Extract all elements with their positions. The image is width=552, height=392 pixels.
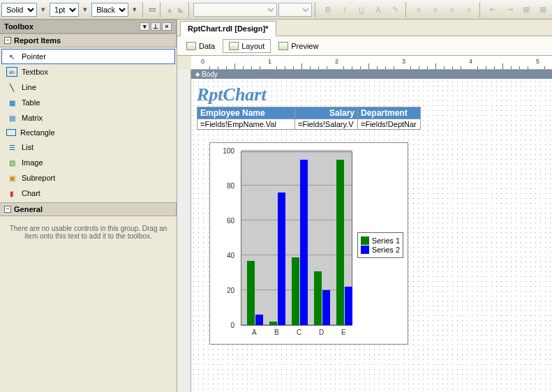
toolbox-item-subreport[interactable]: ▣Subreport <box>1 170 175 186</box>
col-dept[interactable]: Department <box>358 107 421 119</box>
view-tabs: Data Layout Preview <box>177 36 552 56</box>
fg-color-icon[interactable]: ▲ <box>165 2 174 17</box>
legend-label-2: Series 2 <box>372 246 400 254</box>
toolbox-item-table[interactable]: ▦Table <box>1 95 175 110</box>
italic-icon[interactable]: I <box>337 2 352 17</box>
tab-rptchart[interactable]: RptChart.rdl [Design]* <box>180 21 276 36</box>
layout-icon <box>229 42 239 50</box>
dropdown-icon[interactable]: ▾ <box>130 2 140 17</box>
chart-plot-area <box>241 151 352 326</box>
subreport-icon: ▣ <box>6 173 17 183</box>
section-general[interactable]: General <box>0 202 177 216</box>
design-canvas[interactable]: Body RptChart Employee Name Salary Depar… <box>191 70 552 392</box>
chart-legend: Series 1 Series 2 <box>357 232 403 258</box>
legend-swatch-1 <box>361 236 369 245</box>
toolbox-item-list[interactable]: ☰List <box>1 140 175 155</box>
align-left-icon[interactable]: ≡ <box>411 2 426 17</box>
border-edit-icon[interactable]: ▭ <box>147 2 157 17</box>
col-empname[interactable]: Employee Name <box>197 107 295 119</box>
panel-dropdown-icon[interactable]: ▾ <box>140 22 149 31</box>
subtab-data[interactable]: Data <box>180 39 221 53</box>
dropdown-icon[interactable]: ▾ <box>80 2 90 17</box>
design-area: RptChart.rdl [Design]* Data Layout Previ… <box>177 20 552 392</box>
general-placeholder: There are no usable controls in this gro… <box>0 216 177 248</box>
align-right-icon[interactable]: ≡ <box>445 2 460 17</box>
section-report-items[interactable]: Report Items <box>0 33 177 47</box>
highlight-icon[interactable]: ✎ <box>387 2 403 17</box>
justify-icon[interactable]: ≡ <box>461 2 477 17</box>
preview-icon <box>278 42 288 50</box>
matrix-icon: ▤ <box>6 113 17 123</box>
layer-icon[interactable]: ▦ <box>519 2 534 17</box>
toolbox-item-rectangle[interactable]: Rectangle <box>1 126 175 140</box>
subtab-layout[interactable]: Layout <box>223 39 271 53</box>
toolbox-item-textbox[interactable]: abTextbox <box>1 64 175 80</box>
toolbox-item-chart[interactable]: ▮Chart <box>1 186 175 201</box>
border-toolbar: Solid ▾ 1pt ▾ Black ▾ ▭ ▲ ◣ B I U A ✎ ≡ … <box>0 0 552 20</box>
toolbox-title: Toolbox ▾ ⊥ × <box>0 20 177 33</box>
pointer-icon: ↖ <box>6 52 17 61</box>
toolbox-item-pointer[interactable]: ↖Pointer <box>1 49 175 64</box>
toolbox-item-matrix[interactable]: ▤Matrix <box>1 110 175 126</box>
border-color-select[interactable]: Black <box>91 3 128 17</box>
body-section-label[interactable]: Body <box>191 70 552 79</box>
list-icon: ☰ <box>6 142 17 152</box>
indent-icon[interactable]: ⇥ <box>502 2 517 17</box>
line-icon: ╲ <box>6 82 17 92</box>
rectangle-icon <box>6 129 16 136</box>
bold-icon[interactable]: B <box>320 2 336 17</box>
panel-pin-icon[interactable]: ⊥ <box>151 22 161 31</box>
underline-icon[interactable]: U <box>354 2 369 17</box>
textbox-icon: ab <box>6 67 17 77</box>
panel-close-icon[interactable]: × <box>162 22 172 31</box>
data-icon <box>186 42 196 50</box>
chart-control[interactable]: Series 1 Series 2 020406080100ABCDE <box>209 142 408 345</box>
vertical-ruler <box>177 70 191 392</box>
toolbox-panel: Toolbox ▾ ⊥ × Report Items ↖Pointer abTe… <box>0 20 177 392</box>
col-salary[interactable]: Salary <box>295 107 358 119</box>
cell-salary[interactable]: =Fields!Salary.V <box>295 119 358 130</box>
bg-color-icon[interactable]: ◣ <box>176 2 186 17</box>
outdent-icon[interactable]: ⇤ <box>485 2 500 17</box>
font-size-select[interactable] <box>278 3 312 17</box>
table-icon: ▦ <box>6 98 17 107</box>
chart-icon: ▮ <box>6 188 17 198</box>
legend-swatch-2 <box>361 246 369 254</box>
font-color-icon[interactable]: A <box>371 2 386 17</box>
toolbox-item-image[interactable]: ▧Image <box>1 155 175 170</box>
cell-empname[interactable]: =Fields!EmpName.Val <box>197 119 295 130</box>
toolbox-item-line[interactable]: ╲Line <box>1 80 175 95</box>
legend-label-1: Series 1 <box>372 236 400 245</box>
border-width-select[interactable]: 1pt <box>50 3 79 17</box>
cell-dept[interactable]: =Fields!DeptNar <box>358 119 421 130</box>
dropdown-icon[interactable]: ▾ <box>38 2 48 17</box>
layer2-icon[interactable]: ▦ <box>535 2 551 17</box>
horizontal-ruler: 012345 <box>191 56 552 70</box>
document-tabs: RptChart.rdl [Design]* <box>177 20 552 36</box>
image-icon: ▧ <box>6 158 17 167</box>
align-center-icon[interactable]: ≡ <box>428 2 443 17</box>
report-title[interactable]: RptChart <box>197 84 546 105</box>
subtab-preview[interactable]: Preview <box>272 39 325 53</box>
border-style-select[interactable]: Solid <box>1 3 37 17</box>
font-family-select[interactable] <box>193 3 277 17</box>
report-items-list: ↖Pointer abTextbox ╲Line ▦Table ▤Matrix … <box>0 47 177 202</box>
report-table[interactable]: Employee Name Salary Department =Fields!… <box>197 107 421 130</box>
